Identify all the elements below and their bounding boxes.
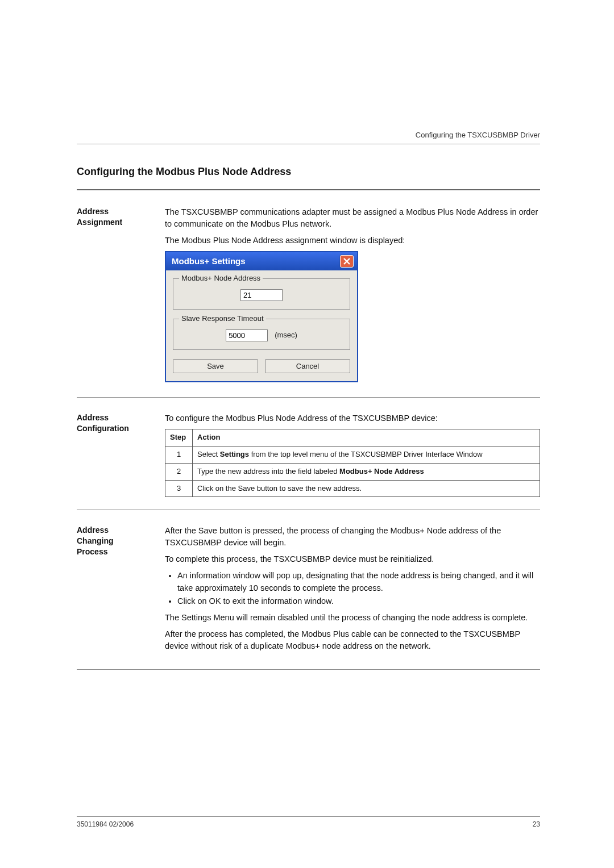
paragraph: To complete this process, the TSXCUSBMBP… (165, 553, 540, 565)
paragraph: After the Save button is pressed, the pr… (165, 525, 540, 549)
step-number: 2 (165, 463, 193, 480)
step-action: Select Settings from the top level menu … (193, 446, 540, 463)
cancel-button[interactable]: Cancel (265, 359, 350, 373)
section-rule (77, 510, 540, 510)
side-label-text: Changing (77, 536, 114, 545)
col-action: Action (193, 429, 540, 446)
section-address-changing: Address Changing Process After the Save … (77, 525, 540, 656)
node-address-legend: Modbus+ Node Address (179, 273, 263, 284)
side-label-text: Assignment (77, 218, 122, 227)
page-title: Configuring the Modbus Plus Node Address (77, 166, 540, 178)
paragraph: To configure the Modbus Plus Node Addres… (165, 412, 540, 424)
table-row: 1 Select Settings from the top level men… (165, 446, 540, 463)
configuration-steps-table: Step Action 1 Select Settings from the t… (165, 429, 540, 497)
paragraph: After the process has completed, the Mod… (165, 628, 540, 652)
side-label-text: Address (77, 525, 109, 535)
action-text: Click on the Save button to save the new… (197, 484, 362, 493)
section-rule (77, 397, 540, 398)
section-address-configuration: Address Configuration To configure the M… (77, 412, 540, 497)
table-row: 3 Click on the Save button to save the n… (165, 480, 540, 497)
title-rule (77, 189, 540, 190)
side-label-text: Address (77, 413, 109, 422)
footer-rule (77, 816, 540, 817)
paragraph: The TSXCUSBMBP communications adapter mu… (165, 206, 540, 230)
table-header-row: Step Action (165, 429, 540, 446)
step-action: Click on the Save button to save the new… (193, 480, 540, 497)
dialog-body: Modbus+ Node Address Slave Response Time… (166, 270, 357, 381)
paragraph: The Modbus Plus Node Address assignment … (165, 235, 540, 247)
slave-timeout-fieldset: Slave Response Timeout (msec) (173, 319, 350, 350)
step-number: 3 (165, 480, 193, 497)
list-item: An information window will pop up, desig… (177, 570, 540, 594)
action-text: Select (197, 450, 220, 458)
dialog-title: Modbus+ Settings (172, 255, 246, 268)
slave-timeout-input[interactable] (226, 329, 268, 341)
action-bold: Settings (220, 450, 249, 458)
timeout-unit: (msec) (275, 330, 297, 341)
action-text: from the top level menu of the TSXCUSBMB… (249, 450, 483, 458)
node-address-fieldset: Modbus+ Node Address (173, 278, 350, 310)
header-rule (77, 144, 540, 144)
side-label-assignment: Address Assignment (77, 206, 165, 228)
list-item: Click on OK to exit the information wind… (177, 595, 540, 607)
table-row: 2 Type the new address into the field la… (165, 463, 540, 480)
footer-page-number: 23 (533, 820, 540, 828)
action-bold: Modbus+ Node Address (339, 467, 424, 475)
page-footer: 35011984 02/2006 23 (77, 816, 540, 828)
side-label-text: Address (77, 207, 109, 216)
step-action: Type the new address into the field labe… (193, 463, 540, 480)
save-button[interactable]: Save (173, 359, 258, 373)
paragraph: The Settings Menu will remain disabled u… (165, 612, 540, 624)
close-icon[interactable] (340, 255, 354, 268)
side-label-configuration: Address Configuration (77, 412, 165, 434)
side-label-text: Configuration (77, 424, 129, 433)
section-rule (77, 669, 540, 670)
dialog-titlebar: Modbus+ Settings (166, 252, 357, 270)
action-text: Type the new address into the field labe… (197, 467, 339, 475)
modbus-settings-dialog: Modbus+ Settings Modbus+ Node Address (165, 251, 358, 382)
running-head: Configuring the TSXCUSBMBP Driver (77, 131, 540, 139)
node-address-input[interactable] (240, 289, 283, 301)
info-bullets: An information window will pop up, desig… (177, 570, 540, 607)
slave-timeout-legend: Slave Response Timeout (179, 314, 266, 324)
step-number: 1 (165, 446, 193, 463)
section-address-assignment: Address Assignment The TSXCUSBMBP commun… (77, 206, 540, 385)
col-step: Step (165, 429, 193, 446)
side-label-changing: Address Changing Process (77, 525, 165, 557)
side-label-text: Process (77, 547, 107, 556)
footer-docid: 35011984 02/2006 (77, 820, 134, 828)
